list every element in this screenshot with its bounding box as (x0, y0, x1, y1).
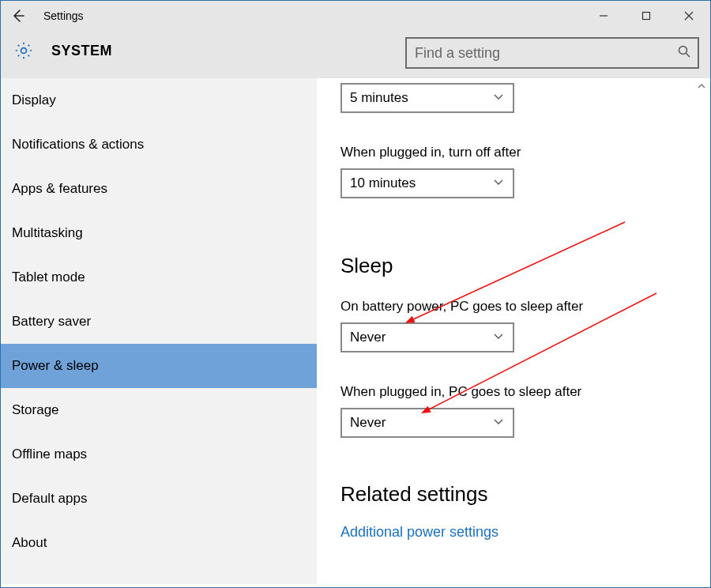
title-bar: Settings (1, 1, 710, 31)
additional-power-settings-link[interactable]: Additional power settings (340, 524, 498, 541)
sidebar-item-display[interactable]: Display (1, 78, 317, 122)
sidebar: DisplayNotifications & actionsApps & fea… (1, 78, 317, 584)
sleep-battery-dropdown[interactable]: Never (340, 322, 514, 352)
sidebar-item-notifications-actions[interactable]: Notifications & actions (1, 122, 317, 167)
window-controls (582, 1, 710, 31)
dropdown-value: Never (350, 415, 386, 431)
svg-point-1 (21, 48, 27, 54)
screen-off-battery-dropdown[interactable]: 5 minutes (340, 83, 514, 113)
header: SYSTEM (1, 31, 710, 78)
close-button[interactable] (668, 1, 710, 31)
sidebar-item-about[interactable]: About (1, 521, 317, 565)
sleep-battery-label: On battery power, PC goes to sleep after (340, 299, 710, 315)
sleep-plugged-dropdown[interactable]: Never (340, 408, 514, 438)
search-input[interactable] (405, 37, 699, 69)
sidebar-item-default-apps[interactable]: Default apps (1, 477, 317, 521)
minimize-button[interactable] (582, 1, 625, 31)
chevron-down-icon (492, 415, 505, 432)
search-wrap (405, 37, 699, 69)
sidebar-item-storage[interactable]: Storage (1, 388, 317, 432)
sidebar-item-power-sleep[interactable]: Power & sleep (1, 344, 317, 388)
dropdown-value: 10 minutes (350, 175, 416, 191)
dropdown-value: Never (350, 330, 386, 345)
gear-icon (12, 39, 36, 62)
close-icon (684, 11, 694, 21)
related-heading: Related settings (340, 482, 710, 507)
chevron-down-icon (492, 175, 505, 192)
dropdown-value: 5 minutes (350, 90, 408, 106)
sidebar-item-tablet-mode[interactable]: Tablet mode (1, 255, 317, 300)
chevron-down-icon (492, 90, 505, 107)
back-arrow-icon (10, 8, 26, 24)
chevron-down-icon (492, 330, 505, 346)
sidebar-item-offline-maps[interactable]: Offline maps (1, 432, 317, 477)
content-pane: 5 minutes When plugged in, turn off afte… (317, 78, 710, 584)
svg-rect-0 (643, 13, 650, 20)
sidebar-item-battery-saver[interactable]: Battery saver (1, 300, 317, 344)
sleep-heading: Sleep (340, 254, 710, 278)
sidebar-item-multitasking[interactable]: Multitasking (1, 211, 317, 255)
back-button[interactable] (1, 1, 36, 31)
maximize-icon (641, 11, 651, 21)
minimize-icon (599, 11, 608, 21)
page-category: SYSTEM (51, 43, 112, 59)
chevron-up-icon (697, 81, 706, 91)
scroll-up-button[interactable] (694, 78, 709, 94)
maximize-button[interactable] (625, 1, 668, 31)
screen-off-plugged-dropdown[interactable]: 10 minutes (340, 168, 514, 198)
sleep-plugged-label: When plugged in, PC goes to sleep after (340, 384, 710, 400)
sidebar-item-apps-features[interactable]: Apps & features (1, 167, 317, 211)
screen-off-plugged-label: When plugged in, turn off after (340, 145, 710, 160)
window-title: Settings (43, 9, 84, 22)
